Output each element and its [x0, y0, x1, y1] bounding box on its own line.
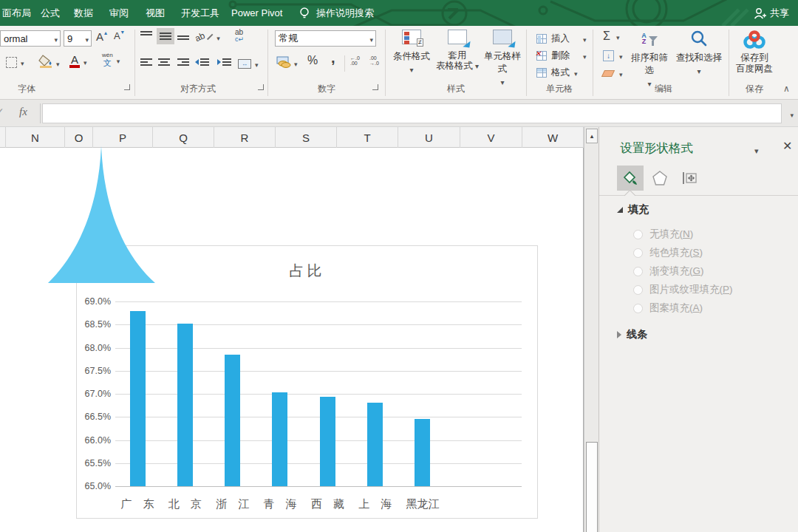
line-section-header[interactable]: 线条 [617, 328, 647, 341]
chart-bar[interactable] [272, 392, 287, 486]
fill-option-solid[interactable]: 纯色填充(S) [633, 246, 703, 259]
format-cells-button[interactable]: 格式 [536, 66, 578, 79]
clear-caret[interactable] [619, 66, 623, 80]
font-size-combo[interactable]: 9 [64, 30, 92, 47]
delete-cells-button[interactable]: ✕ 删除 [536, 49, 587, 62]
curved-triangle-shape[interactable] [41, 145, 159, 285]
column-header-U[interactable]: U [398, 127, 460, 148]
align-center-button[interactable] [158, 58, 170, 66]
save-to-baidu-button[interactable]: 保存到 百度网盘 [730, 30, 779, 75]
grow-font-button[interactable]: A▴ [96, 30, 107, 43]
tab-effects[interactable] [647, 166, 673, 191]
middle-align-button[interactable] [157, 28, 174, 44]
top-align-button[interactable] [140, 31, 152, 35]
scroll-up-button[interactable] [586, 129, 598, 143]
fill-option-pattern[interactable]: 图案填充(A) [633, 301, 703, 315]
menu-tab-developer[interactable]: 开发工具 [181, 0, 219, 26]
font-dialog-launcher[interactable] [124, 84, 130, 90]
column-header-V[interactable]: V [460, 127, 522, 148]
enter-check-icon[interactable]: ✓ [0, 106, 4, 117]
column-header-T[interactable]: T [337, 127, 398, 148]
number-format-combo[interactable]: 常规 [275, 30, 376, 47]
sort-filter-button[interactable]: A Z 排序和筛选 [627, 30, 672, 89]
column-header-W[interactable]: W [522, 127, 584, 148]
insert-cells-button[interactable]: 插入 [536, 32, 587, 45]
tab-size-properties[interactable] [676, 166, 703, 191]
number-dialog-launcher[interactable] [372, 84, 378, 90]
chart-bar[interactable] [177, 324, 193, 486]
decrease-decimal-button[interactable]: .00 →.0 [369, 55, 379, 66]
fill-section-header[interactable]: 填充 [617, 203, 649, 216]
insert-function-button[interactable]: fx [19, 106, 27, 118]
menu-tab-review[interactable]: 审阅 [109, 0, 129, 26]
comma-style-button[interactable]: , [331, 50, 335, 66]
menu-tab-data[interactable]: 数据 [74, 0, 93, 26]
clear-button[interactable] [603, 66, 623, 80]
align-right-button[interactable] [177, 58, 189, 66]
fill-color-button[interactable] [38, 54, 60, 71]
formula-input[interactable] [42, 103, 782, 123]
number-format-caret[interactable] [369, 33, 375, 44]
find-select-button[interactable]: 查找和选择 [674, 30, 724, 76]
accounting-caret[interactable] [294, 56, 298, 69]
fill-option-picture-texture[interactable]: 图片或纹理填充(P) [633, 283, 733, 296]
menu-tab-power-pivot[interactable]: Power Pivot [231, 0, 282, 26]
fill-caret[interactable] [619, 49, 623, 62]
insert-cells-caret[interactable] [583, 32, 587, 45]
percent-style-button[interactable]: % [307, 54, 318, 67]
format-as-table-button[interactable]: 套用 表格格式 [434, 30, 480, 72]
bottom-align-button[interactable] [177, 35, 189, 40]
menu-tab-formulas[interactable]: 公式 [41, 0, 60, 26]
merge-center-caret[interactable] [255, 57, 259, 70]
autosum-caret[interactable] [616, 30, 620, 43]
font-color-caret[interactable] [83, 55, 87, 68]
delete-cells-caret[interactable] [583, 49, 587, 62]
tell-me-search[interactable]: 操作说明搜索 [316, 0, 374, 26]
chart-bar[interactable] [320, 397, 335, 486]
fill-option-gradient[interactable]: 渐变填充(G) [633, 265, 704, 278]
fill-button[interactable]: ↓ [603, 49, 623, 62]
borders-button[interactable] [6, 55, 24, 69]
accounting-format-button[interactable] [276, 55, 298, 71]
collapse-ribbon-chevron[interactable]: ∧ [783, 83, 790, 94]
phonetic-caret[interactable] [117, 53, 120, 66]
radio-icon[interactable] [633, 267, 643, 276]
chart-bar[interactable] [367, 403, 383, 486]
cell-styles-button[interactable]: 单元格样式 [480, 30, 525, 87]
column-header-S[interactable]: S [276, 127, 337, 148]
merge-center-button[interactable]: ↔ [238, 57, 259, 70]
increase-decimal-button[interactable]: ←.0 .00 [350, 55, 360, 66]
alignment-dialog-launcher[interactable] [258, 84, 264, 90]
font-color-button[interactable]: A [69, 54, 87, 68]
format-cells-caret[interactable] [574, 66, 578, 79]
panel-close-icon[interactable] [782, 139, 792, 153]
decrease-indent-button[interactable] [195, 58, 209, 66]
radio-icon[interactable] [633, 304, 643, 313]
phonetic-guide-button[interactable]: wén 文 [102, 52, 120, 67]
share-button[interactable]: 共享 [754, 0, 789, 26]
panel-dropdown-caret[interactable] [754, 145, 759, 156]
autosum-button[interactable]: Σ [603, 30, 619, 43]
column-header-Q[interactable]: Q [153, 127, 214, 148]
orientation-caret[interactable] [216, 30, 220, 44]
chart-object[interactable]: 占比 65.0%65.5%66.0%66.5%67.0%67.5%68.0%68… [76, 245, 538, 519]
radio-icon[interactable] [633, 248, 643, 258]
vertical-scrollbar[interactable] [584, 127, 598, 532]
wrap-text-button[interactable]: ab c↵ [235, 29, 244, 43]
increase-indent-button[interactable] [217, 58, 231, 66]
conditional-formatting-button[interactable]: ≠ 条件格式 [390, 30, 433, 75]
fill-option-no-fill[interactable]: 无填充(N) [633, 228, 693, 241]
expand-formula-bar-chevron[interactable] [790, 107, 794, 120]
chart-bar[interactable] [225, 355, 240, 486]
chart-bar[interactable] [130, 311, 146, 487]
radio-icon[interactable] [633, 285, 643, 295]
font-name-combo[interactable]: ormal [0, 30, 61, 47]
menu-tab-view[interactable]: 视图 [146, 0, 165, 26]
radio-icon[interactable] [633, 230, 643, 239]
shrink-font-button[interactable]: A▾ [114, 30, 124, 41]
font-size-caret[interactable] [85, 33, 91, 44]
orientation-button[interactable]: ab [195, 30, 220, 44]
tab-fill-line[interactable] [617, 166, 644, 191]
chart-bar[interactable] [415, 419, 430, 486]
fill-color-caret[interactable] [56, 56, 60, 69]
